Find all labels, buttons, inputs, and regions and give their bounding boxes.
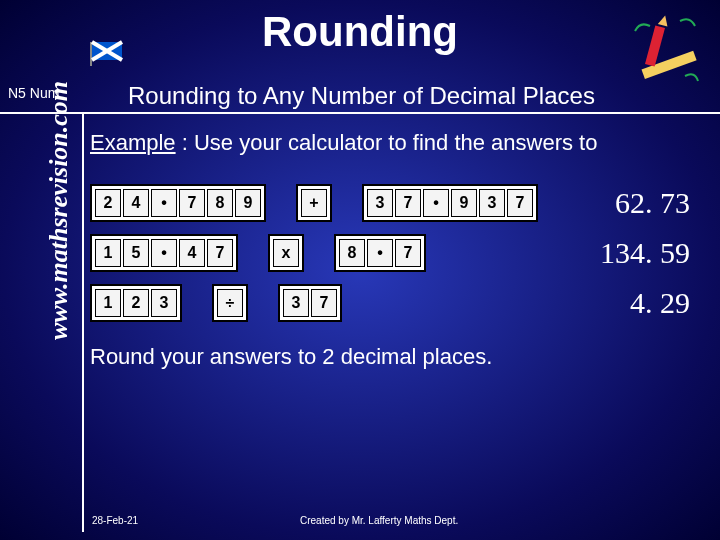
- instruction-text: Round your answers to 2 decimal places.: [90, 344, 710, 370]
- calc-keypad: 15•47: [90, 234, 238, 272]
- calc-key: 2: [123, 289, 149, 317]
- answer-value: 4. 29: [630, 286, 690, 320]
- calc-keypad: +: [296, 184, 332, 222]
- calc-key: +: [301, 189, 327, 217]
- calc-key: 1: [95, 239, 121, 267]
- answer-value: 62. 73: [615, 186, 690, 220]
- calc-key: 2: [95, 189, 121, 217]
- calc-key: 7: [395, 189, 421, 217]
- example-text: : Use your calculator to find the answer…: [176, 130, 598, 155]
- calc-key: 9: [235, 189, 261, 217]
- answer-value: 134. 59: [600, 236, 690, 270]
- calc-key: 3: [367, 189, 393, 217]
- vertical-divider: [82, 112, 84, 532]
- calc-row: 24•789+37•93762. 73: [90, 184, 710, 222]
- footer-credit: Created by Mr. Lafferty Maths Dept.: [300, 515, 458, 526]
- calc-key: ÷: [217, 289, 243, 317]
- calc-key: •: [367, 239, 393, 267]
- footer-date: 28-Feb-21: [92, 515, 138, 526]
- calc-key: 4: [123, 189, 149, 217]
- calc-key: 3: [283, 289, 309, 317]
- calc-row: 123÷374. 29: [90, 284, 710, 322]
- calc-key: 8: [339, 239, 365, 267]
- calc-key: 7: [395, 239, 421, 267]
- calc-keypad: 37: [278, 284, 342, 322]
- example-prompt: Example : Use your calculator to find th…: [90, 130, 710, 156]
- flag-icon: [90, 38, 130, 70]
- calc-key: x: [273, 239, 299, 267]
- calc-key: 1: [95, 289, 121, 317]
- calc-key: •: [423, 189, 449, 217]
- calc-keypad: ÷: [212, 284, 248, 322]
- calc-key: 9: [451, 189, 477, 217]
- calc-key: •: [151, 189, 177, 217]
- content-area: Example : Use your calculator to find th…: [90, 130, 710, 370]
- page-subtitle: Rounding to Any Number of Decimal Places: [128, 82, 595, 110]
- calc-key: 7: [507, 189, 533, 217]
- svg-rect-5: [645, 25, 665, 66]
- calc-key: 5: [123, 239, 149, 267]
- calc-key: 3: [151, 289, 177, 317]
- pencil-icon: [620, 6, 710, 100]
- calc-key: 8: [207, 189, 233, 217]
- calc-keypad: 123: [90, 284, 182, 322]
- calc-keypad: 8•7: [334, 234, 426, 272]
- calc-keypad: x: [268, 234, 304, 272]
- calc-keypad: 24•789: [90, 184, 266, 222]
- svg-rect-0: [90, 42, 92, 66]
- svg-marker-6: [658, 14, 670, 26]
- example-label: Example: [90, 130, 176, 155]
- calc-key: 3: [479, 189, 505, 217]
- calc-key: 7: [179, 189, 205, 217]
- calc-key: 7: [311, 289, 337, 317]
- calc-key: 7: [207, 239, 233, 267]
- calc-key: •: [151, 239, 177, 267]
- website-label: www.mathsrevision.com: [44, 81, 74, 340]
- horizontal-divider: [0, 112, 720, 114]
- calc-row: 15•47x8•7134. 59: [90, 234, 710, 272]
- calc-key: 4: [179, 239, 205, 267]
- calc-keypad: 37•937: [362, 184, 538, 222]
